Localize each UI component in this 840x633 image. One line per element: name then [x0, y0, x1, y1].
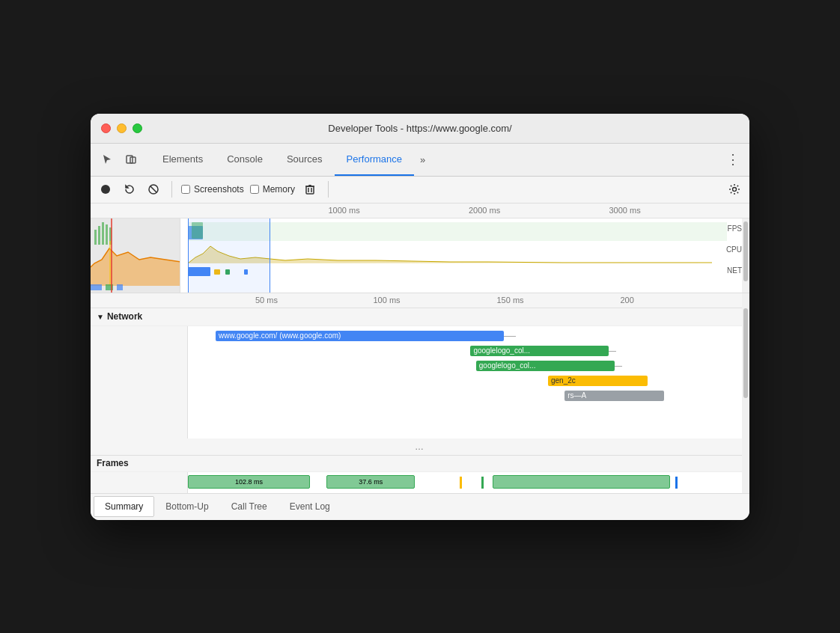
svg-rect-19 [117, 284, 123, 290]
svg-point-2 [101, 185, 110, 194]
tabs-right: ⋮ [722, 149, 743, 170]
detail-mark-50: 50 ms [255, 296, 278, 305]
frame-time-1: 102.8 ms [235, 478, 263, 486]
detail-scrollbar[interactable] [742, 293, 749, 493]
settings-icon[interactable] [725, 180, 743, 198]
more-menu-icon[interactable]: ⋮ [722, 149, 743, 170]
minimap [91, 218, 180, 293]
selection-overlay[interactable] [188, 218, 270, 293]
toolbar-separator-2 [328, 181, 329, 198]
frames-header: Frames [91, 456, 749, 472]
fps-label: FPS [728, 224, 742, 233]
table-row: googlelogo_col... [188, 344, 742, 358]
close-button[interactable] [101, 123, 111, 133]
reload-button[interactable] [121, 180, 139, 198]
devtools-icons [97, 149, 141, 170]
network-rows: www.google.com/ (www.google.com) googlel… [91, 326, 749, 438]
frame-block[interactable]: 37.6 ms [326, 475, 415, 489]
network-bar-logo1[interactable]: googlelogo_col... [470, 346, 609, 356]
table-row: gen_2c [188, 374, 742, 388]
toolbar-separator-1 [171, 181, 172, 198]
svg-point-10 [733, 188, 737, 192]
devtools-tabs: Elements Console Sources Performance » [150, 143, 722, 176]
frame-marker-green [481, 477, 484, 489]
ruler-marks: 1000 ms 2000 ms 3000 ms [188, 204, 749, 218]
network-bar-google[interactable]: www.google.com/ (www.google.com) [216, 331, 504, 341]
svg-rect-13 [102, 222, 104, 245]
frames-content: 102.8 ms 37.6 ms [91, 472, 749, 493]
svg-rect-14 [106, 224, 108, 245]
overview-content[interactable]: FPS CPU NET [91, 218, 749, 293]
screenshots-checkbox[interactable] [181, 185, 190, 194]
ruler-mark-2000: 2000 ms [469, 206, 500, 215]
memory-checkbox-label[interactable]: Memory [250, 184, 295, 195]
more-indicator: … [91, 438, 749, 455]
tab-sources[interactable]: Sources [275, 143, 335, 176]
tab-more[interactable]: » [414, 143, 431, 176]
frames-section: Frames 102.8 ms 37.6 ms [91, 455, 749, 493]
connector-right [504, 336, 516, 337]
frame-time-2: 37.6 ms [359, 478, 383, 486]
screenshots-checkbox-label[interactable]: Screenshots [181, 184, 244, 195]
minimize-button[interactable] [117, 123, 127, 133]
tab-event-log[interactable]: Event Log [279, 496, 341, 517]
device-icon[interactable] [121, 149, 141, 170]
timeline-detail-area: 50 ms 100 ms 150 ms 200 ▼ Network [91, 293, 749, 493]
svg-rect-11 [94, 230, 97, 245]
connector-r2 [609, 351, 616, 352]
network-header-text: ▼ Network [97, 311, 142, 322]
toolbar-right [725, 180, 743, 198]
tab-summary[interactable]: Summary [94, 496, 154, 517]
network-bar-gen[interactable]: gen_2c [548, 376, 648, 386]
titlebar: Developer Tools - https://www.google.com… [91, 114, 749, 144]
ruler-mark-3000: 3000 ms [609, 206, 641, 215]
memory-checkbox[interactable] [250, 185, 259, 194]
ruler-mark-1000: 1000 ms [329, 206, 360, 215]
svg-rect-5 [306, 186, 314, 194]
table-row: rs—A [188, 389, 742, 403]
network-section: ▼ Network www.google.com/ (www.google.co… [91, 308, 749, 438]
tab-bottom-up[interactable]: Bottom-Up [154, 496, 219, 517]
toolbar: Screenshots Memory [91, 177, 749, 204]
detail-mark-200: 200 [621, 296, 634, 305]
network-left-label [91, 326, 188, 438]
tab-elements[interactable]: Elements [150, 143, 215, 176]
network-bar-logo2[interactable]: googlelogo_col... [476, 361, 615, 371]
connector-r3 [615, 366, 622, 367]
detail-marks: 50 ms 100 ms 150 ms 200 [188, 293, 749, 308]
devtools-window: Developer Tools - https://www.google.com… [91, 114, 749, 520]
scrollbar[interactable] [742, 218, 749, 293]
tab-performance[interactable]: Performance [335, 143, 414, 176]
svg-rect-7 [308, 185, 311, 186]
network-bar-rs[interactable]: rs—A [564, 391, 664, 401]
tabs-bar: Elements Console Sources Performance » ⋮ [91, 144, 749, 177]
frame-block-large[interactable] [493, 475, 670, 489]
record-button[interactable] [97, 180, 115, 198]
overview-ruler: 1000 ms 2000 ms 3000 ms [91, 204, 749, 218]
frames-track: 102.8 ms 37.6 ms [188, 475, 742, 490]
cursor-icon[interactable] [97, 149, 118, 170]
svg-rect-16 [109, 241, 111, 286]
detail-mark-150: 150 ms [497, 296, 524, 305]
detail-scrollbar-thumb[interactable] [743, 308, 748, 398]
svg-rect-17 [91, 284, 102, 290]
timeline-overview: 1000 ms 2000 ms 3000 ms [91, 204, 749, 293]
window-title: Developer Tools - https://www.google.com… [328, 123, 511, 134]
tab-call-tree[interactable]: Call Tree [220, 496, 279, 517]
maximize-button[interactable] [133, 123, 142, 133]
detail-ruler: 50 ms 100 ms 150 ms 200 [91, 293, 749, 308]
delete-button[interactable] [301, 180, 319, 198]
table-row: www.google.com/ (www.google.com) [188, 329, 742, 343]
table-row: googlelogo_col... [188, 359, 742, 373]
scrollbar-thumb[interactable] [743, 221, 748, 281]
clear-button[interactable] [144, 180, 162, 198]
network-header: ▼ Network [91, 308, 749, 326]
svg-rect-12 [98, 226, 100, 245]
svg-line-4 [150, 186, 156, 192]
traffic-lights [101, 123, 142, 133]
bottom-tabs: Summary Bottom-Up Call Tree Event Log [91, 493, 749, 520]
frame-block[interactable]: 102.8 ms [188, 475, 310, 489]
frame-marker-blue [675, 477, 678, 489]
frame-marker-orange [460, 477, 462, 489]
tab-console[interactable]: Console [215, 143, 275, 176]
